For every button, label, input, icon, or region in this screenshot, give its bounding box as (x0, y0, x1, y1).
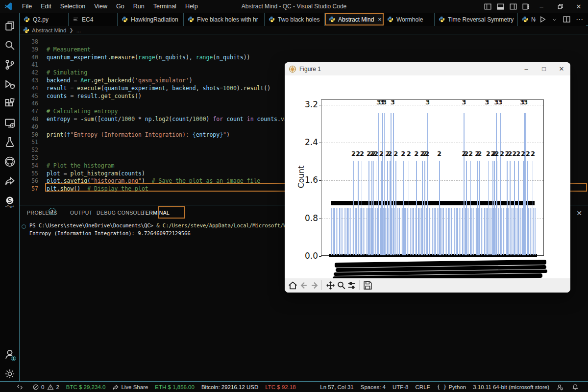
status-encoding[interactable]: UTF-8 (392, 384, 409, 390)
status-eol[interactable]: CRLF (416, 384, 430, 390)
tab-q2-py[interactable]: Q2.py (20, 13, 69, 26)
panel-tab-debug-console[interactable]: DEBUG CONSOLE (97, 210, 144, 216)
window-restore-button[interactable] (551, 0, 569, 13)
bar-value-label: 3 (498, 99, 502, 106)
bar-value-label: 2 (516, 150, 520, 157)
figure-title-bar[interactable]: Figure 1 – □ ✕ (285, 62, 570, 75)
menu-run[interactable]: Run (129, 0, 149, 13)
menu-selection[interactable]: Selection (56, 0, 90, 13)
tab-five-black-holes-with-hr[interactable]: Five black holes with hr (184, 13, 265, 26)
status-live-share[interactable]: Live Share (112, 384, 148, 391)
status-problems-status[interactable]: 02 (32, 384, 59, 391)
accounts-badge: 1 (11, 356, 16, 361)
activity-remote-explorer[interactable] (0, 114, 19, 132)
mpl-forward-button[interactable] (310, 281, 319, 292)
tab-two-black-holes[interactable]: Two black holes (265, 13, 325, 26)
activity-live-share[interactable] (0, 172, 19, 190)
activity-github[interactable] (0, 152, 19, 171)
code-line-38[interactable]: 38 (20, 38, 588, 46)
line-number: 45 (20, 93, 38, 100)
toggle-secondary-sidebar-button[interactable] (507, 0, 519, 13)
run-python-file-button[interactable] (539, 15, 547, 24)
menu-edit[interactable]: Edit (36, 0, 56, 13)
code-line-40[interactable]: 40quantum_experiment.measure(range(n_qub… (20, 54, 588, 62)
matplotlib-figure-window[interactable]: Figure 1 – □ ✕ Count 0.00.81.62.43.22222… (285, 62, 570, 293)
activity-accounts[interactable] (0, 345, 19, 364)
tab-label: Time Reversal Symmetry (448, 16, 514, 23)
matplotlib-icon (289, 65, 296, 73)
tab-ec4[interactable]: EC4 (69, 13, 118, 26)
window-minimize-button[interactable]: – (532, 0, 551, 13)
bar (365, 208, 366, 255)
toggle-panel-button[interactable] (494, 0, 507, 13)
status-remote-indicator[interactable] (16, 383, 25, 391)
mpl-zoom-to-rect-button[interactable] (337, 281, 346, 292)
figure-minimize-button[interactable]: – (517, 62, 535, 75)
status-indentation[interactable]: Spaces: 4 (361, 384, 386, 390)
status-feedback[interactable] (556, 384, 565, 391)
figure-maximize-button[interactable]: □ (535, 62, 553, 75)
panel-tab-output[interactable]: OUTPUT (70, 210, 93, 216)
panel-tab-terminal[interactable]: TERMINAL (142, 210, 170, 216)
tab-time-reversal-symmetry[interactable]: Time Reversal Symmetry (435, 13, 518, 26)
activity-explorer[interactable] (0, 17, 19, 35)
customize-layout-button[interactable] (519, 0, 532, 13)
bar (393, 113, 394, 255)
bar (409, 161, 410, 255)
mpl-configure-subplots-button[interactable] (347, 281, 356, 292)
bar (348, 208, 349, 255)
mpl-pan-button[interactable] (326, 281, 335, 292)
figure-close-button[interactable]: ✕ (553, 62, 570, 75)
bar (419, 208, 420, 255)
bar (483, 208, 484, 255)
window-close-button[interactable]: ✕ (569, 0, 588, 13)
breadcrumb-file[interactable]: Abstract Mind (32, 27, 66, 33)
bar (488, 161, 489, 255)
activity-testing[interactable] (0, 133, 19, 151)
tab-close-icon[interactable]: × (378, 16, 382, 23)
status-python-interpreter[interactable]: 3.10.11 64-bit (microsoft store) (473, 384, 549, 390)
breadcrumb-more[interactable]: ... (76, 27, 81, 33)
mpl-home-button[interactable] (288, 281, 297, 292)
bar (489, 208, 490, 255)
line-number: 49 (20, 123, 38, 131)
tab-abstract-mind[interactable]: Abstract Mind× (325, 13, 383, 26)
tab-wormhole[interactable]: Wormhole (383, 13, 435, 26)
bar-value-label: 2 (521, 150, 525, 157)
menu-view[interactable]: View (90, 0, 112, 13)
run-dropdown-icon[interactable] (552, 17, 558, 23)
mpl-save-button[interactable] (363, 281, 372, 292)
status-btc-ticker[interactable]: BTC $ 29,234.0 (66, 384, 106, 390)
toggle-sidebar-button[interactable] (481, 0, 494, 13)
activity-settings[interactable] (0, 365, 19, 383)
editor-more-actions[interactable]: ⋯ (576, 15, 584, 24)
activity-extensions[interactable] (0, 94, 19, 113)
bar-value-label: 2 (531, 150, 535, 157)
activity-run-and-debug[interactable] (0, 75, 19, 94)
menu-go[interactable]: Go (112, 0, 129, 13)
tab-hawkingradiation[interactable]: HawkingRadiation (118, 13, 184, 26)
activity-search[interactable] (0, 36, 19, 55)
status-bitcoin-ticker[interactable]: Bitcoin: 29216.12 USD (201, 384, 258, 390)
menu-help[interactable]: Help (181, 0, 202, 13)
bar (518, 161, 519, 255)
status-cursor-position[interactable]: Ln 57, Col 31 (320, 384, 353, 390)
activity-source-control[interactable] (0, 55, 19, 74)
panel-close-icon[interactable]: ✕ (576, 209, 582, 217)
bar (358, 161, 359, 255)
menu-file[interactable]: File (18, 0, 36, 13)
bar (341, 208, 342, 255)
bar (468, 208, 469, 255)
code-line-39[interactable]: 39# Measurement (20, 46, 588, 54)
status-notifications[interactable] (572, 384, 581, 391)
status-eth-ticker[interactable]: ETH $ 1,856.00 (155, 384, 195, 390)
split-editor-button[interactable] (563, 15, 571, 24)
line-number: 41 (20, 61, 38, 69)
mpl-back-button[interactable] (299, 281, 308, 292)
breadcrumb[interactable]: Abstract Mind ❯ ... (20, 26, 588, 34)
menu-terminal[interactable]: Terminal (149, 0, 181, 13)
status-language-mode[interactable]: { }Python (437, 384, 466, 390)
status-ltc-ticker[interactable]: LTC $ 92.18 (265, 384, 295, 390)
bar (490, 208, 491, 255)
line-number: 38 (20, 38, 38, 46)
